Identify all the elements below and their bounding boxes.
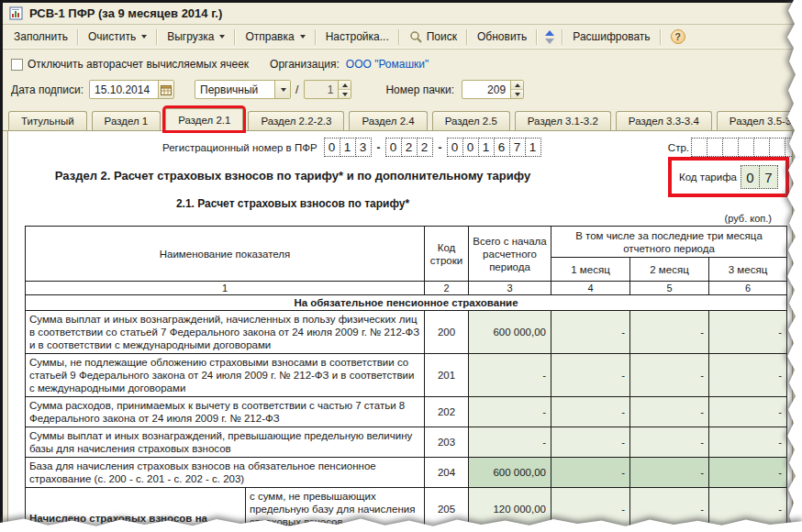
toolbar-separator [315, 29, 317, 45]
row-203-total[interactable]: - [469, 427, 551, 458]
reg-number-separator: - [439, 141, 442, 154]
row-204-name: База для начисления страховых взносов на… [26, 458, 425, 488]
row-201-m2[interactable]: - [630, 354, 709, 397]
digit-cell[interactable]: 7 [509, 138, 526, 157]
calendar-button[interactable] [158, 81, 173, 98]
column-number: 2 [425, 282, 469, 295]
row-200-m1[interactable]: - [551, 311, 630, 354]
title-bar: РСВ-1 ПФР (за 9 месяцев 2014 г.) [3, 3, 802, 25]
row-203-m3[interactable]: - [709, 427, 787, 458]
tab-titulny[interactable]: Титульный [8, 111, 87, 130]
clear-button[interactable]: Очистить [81, 28, 154, 46]
row-204-m2[interactable]: - [630, 458, 709, 488]
correction-number-stepper: 1 [304, 80, 351, 99]
digit-cell[interactable]: 1 [340, 138, 356, 157]
row-200-name: Сумма выплат и иных вознаграждений, начи… [26, 311, 425, 354]
table-row: Сумма расходов, принимаемых к вычету в с… [26, 397, 787, 427]
tab-razdel-2-4[interactable]: Раздел 2.4 [349, 111, 427, 130]
row-204-total[interactable]: 600 000,00 [469, 458, 551, 488]
refresh-button[interactable]: Обновить [470, 28, 534, 46]
toolbar-separator [398, 29, 400, 45]
tab-razdel-3-3-3-4[interactable]: Раздел 3.3-3.4 [616, 111, 712, 130]
tariff-code-label: Код тарифа [679, 172, 737, 183]
slash-label: / [295, 83, 298, 96]
digit-cell[interactable]: 0 [447, 138, 463, 157]
send-button[interactable]: Отправка [238, 28, 312, 46]
section-title: Раздел 2. Расчет страховых взносов по та… [8, 169, 577, 183]
dropdown-arrow-icon [300, 35, 306, 39]
registration-row: Регистрационный номер в ПФР 0 1 3 - 0 2 … [8, 138, 792, 157]
column-number: 6 [709, 282, 787, 295]
row-202-m2[interactable]: - [630, 397, 709, 427]
export-button[interactable]: Выгрузка [160, 28, 232, 46]
page-digit-cell [738, 138, 754, 157]
reg-number-separator: - [377, 141, 381, 154]
arrow-up-icon [545, 30, 554, 36]
tab-razdel-2-5[interactable]: Раздел 2.5 [432, 111, 510, 130]
digit-cell[interactable]: 0 [324, 138, 340, 157]
help-button[interactable]: ? [663, 27, 693, 47]
row-201-total[interactable]: - [469, 354, 551, 397]
titles-block: Раздел 2. Расчет страховых взносов по та… [8, 169, 577, 210]
toolbar-separator [234, 29, 236, 45]
row-200-m3[interactable]: - [709, 311, 787, 354]
settings-button[interactable]: Настройка... [318, 28, 396, 46]
digit-cell[interactable]: 1 [478, 138, 495, 157]
row-202-m3[interactable]: - [709, 397, 787, 427]
tab-razdel-3-1-3-2[interactable]: Раздел 3.1-3.2 [515, 111, 611, 130]
digit-cell[interactable]: 3 [355, 138, 372, 157]
row-203-m1[interactable]: - [551, 427, 630, 458]
tab-razdel-2-2-2-3[interactable]: Раздел 2.2-2.3 [248, 111, 344, 130]
spinner-up-icon [342, 83, 348, 87]
stepper-buttons[interactable] [510, 81, 523, 98]
dropdown-arrow-icon [281, 88, 286, 92]
tab-razdel-1[interactable]: Раздел 1 [92, 111, 162, 130]
row-204-m3[interactable]: - [709, 458, 787, 488]
tariff-digit-cell[interactable]: 0 [741, 165, 760, 189]
tariff-digit-cell[interactable]: 7 [759, 165, 778, 189]
digit-cell[interactable]: 1 [525, 138, 541, 157]
header-month-3: 3 месяц [709, 258, 787, 282]
autocalc-checkbox[interactable] [11, 59, 23, 71]
row-202-name: Сумма расходов, принимаемых к вычету в с… [26, 397, 425, 427]
expand-collapse-button[interactable] [540, 28, 560, 46]
tab-razdel-2-1[interactable]: Раздел 2.1 [165, 108, 243, 130]
combo-open-button[interactable] [274, 81, 290, 98]
toolbar-separator [77, 29, 79, 45]
fill-button[interactable]: Заполнить [6, 28, 75, 46]
header-total: Всего с начала расчетного периода [469, 227, 551, 282]
row-203-m2[interactable]: - [630, 427, 709, 458]
calendar-icon [161, 84, 172, 95]
digit-cell[interactable]: 6 [494, 138, 510, 157]
row-201-m3[interactable]: - [709, 354, 787, 397]
toolbar-separator [660, 29, 662, 45]
header-three-months: В том числе за последние три месяца отче… [551, 227, 787, 258]
organization-link[interactable]: ООО "Ромашки" [346, 58, 429, 71]
digit-cell[interactable]: 0 [462, 138, 479, 157]
digit-cell[interactable]: 2 [417, 138, 433, 157]
row-201-code: 201 [425, 354, 469, 397]
toolbar: Заполнить Очистить Выгрузка Отправка Нас… [3, 25, 802, 50]
row-200-m2[interactable]: - [630, 311, 709, 354]
row-204-m1[interactable]: - [551, 458, 630, 488]
row-201-m1[interactable]: - [551, 354, 630, 397]
options-row: Отключить авторасчет вычисляемых ячеек О… [3, 56, 802, 72]
header-code: Код строки [425, 227, 469, 282]
correction-type-select[interactable]: Первичный [195, 80, 291, 99]
sign-date-input[interactable]: 15.10.2014 [89, 80, 174, 99]
digit-cell[interactable]: 0 [385, 138, 402, 157]
app-window: РСВ-1 ПФР (за 9 месяцев 2014 г.) Заполни… [0, 0, 802, 532]
pack-number-stepper[interactable]: 209 [462, 80, 524, 99]
row-203-name: Суммы выплат и иных вознаграждений, прев… [26, 427, 425, 458]
reg-number-group-3: 0 0 1 6 7 1 [448, 138, 541, 157]
row-202-total[interactable]: - [469, 397, 551, 427]
search-button[interactable]: Поиск [402, 28, 464, 47]
page-label: Стр. [668, 142, 689, 153]
toolbar-separator [562, 29, 563, 45]
row-200-total[interactable]: 600 000,00 [469, 311, 551, 354]
decrypt-button[interactable]: Расшифровать [565, 28, 657, 46]
sign-date-label: Дата подписи: [11, 83, 84, 96]
row-202-m1[interactable]: - [551, 397, 630, 427]
digit-cell[interactable]: 2 [401, 138, 418, 157]
header-month-1: 1 месяц [551, 258, 630, 282]
